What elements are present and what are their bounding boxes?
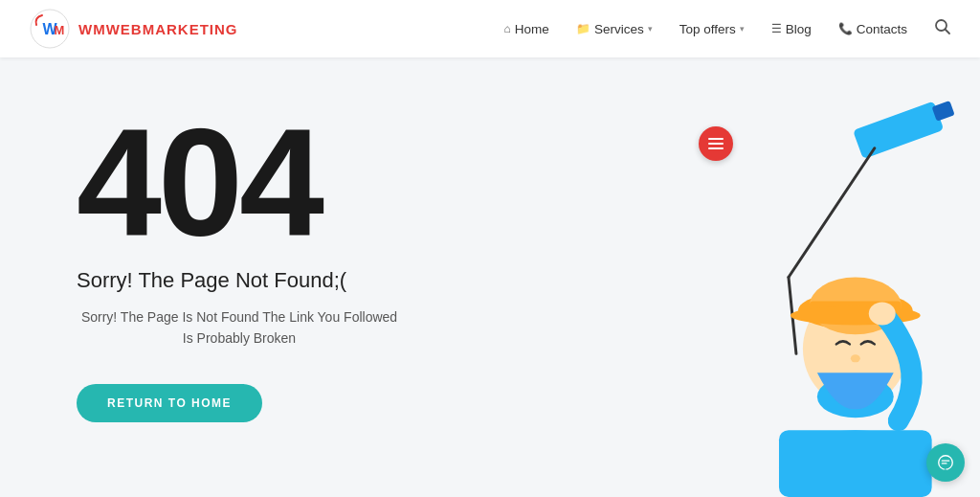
chevron-down-icon: ▾ xyxy=(648,24,653,34)
home-icon: ⌂ xyxy=(504,22,511,35)
logo-text: WMWEBMARKETING xyxy=(78,21,237,37)
search-button[interactable] xyxy=(934,18,951,40)
chat-button[interactable] xyxy=(926,443,965,482)
nav-services[interactable]: 📁 Services ▾ xyxy=(576,22,653,36)
logo-icon: W M xyxy=(29,8,71,50)
folder-icon: 📁 xyxy=(576,22,590,35)
hamburger-icon xyxy=(708,138,724,149)
logo[interactable]: W M WMWEBMARKETING xyxy=(29,8,237,50)
nav-top-offers[interactable]: Top offers ▾ xyxy=(679,22,745,36)
svg-text:M: M xyxy=(55,23,65,37)
error-title: Sorry! The Page Not Found;( xyxy=(77,268,980,293)
error-section: 404 Sorry! The Page Not Found;( Sorry! T… xyxy=(0,57,980,461)
main-content: 404 Sorry! The Page Not Found;( Sorry! T… xyxy=(0,57,980,497)
nav-home[interactable]: ⌂ Home xyxy=(504,22,549,36)
svg-point-20 xyxy=(939,456,953,470)
error-description: Sorry! The Page Is Not Found The Link Yo… xyxy=(77,306,402,350)
nav-contacts[interactable]: 📞 Contacts xyxy=(838,22,907,36)
menu-fab-button[interactable] xyxy=(699,126,733,161)
main-nav: ⌂ Home 📁 Services ▾ Top offers ▾ ☰ Blog … xyxy=(504,18,951,40)
chat-icon xyxy=(936,453,955,472)
error-code: 404 xyxy=(77,105,980,259)
site-header: W M WMWEBMARKETING ⌂ Home 📁 Services ▾ T… xyxy=(0,0,980,57)
svg-line-4 xyxy=(946,29,950,34)
return-home-button[interactable]: RETURN TO HOME xyxy=(77,384,262,422)
nav-blog[interactable]: ☰ Blog xyxy=(771,22,812,36)
chevron-down-icon: ▾ xyxy=(740,24,745,34)
phone-icon: 📞 xyxy=(838,22,853,35)
blog-icon: ☰ xyxy=(771,22,782,35)
